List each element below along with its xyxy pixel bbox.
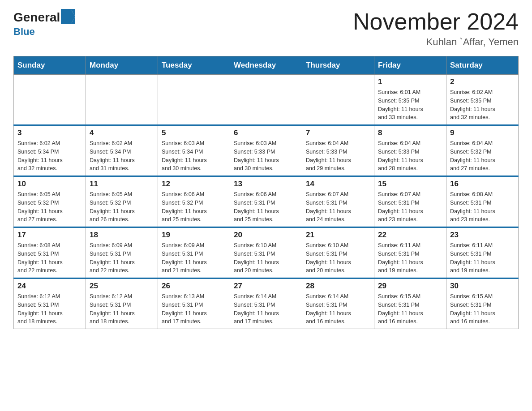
- calendar-table: SundayMondayTuesdayWednesdayThursdayFrid…: [13, 56, 519, 329]
- week-row-4: 17Sunrise: 6:08 AM Sunset: 5:31 PM Dayli…: [14, 227, 519, 278]
- day-number: 18: [90, 231, 154, 240]
- day-info: Sunrise: 6:06 AM Sunset: 5:31 PM Dayligh…: [234, 190, 298, 224]
- day-number: 23: [450, 231, 515, 240]
- day-info: Sunrise: 6:02 AM Sunset: 5:34 PM Dayligh…: [17, 139, 82, 173]
- col-header-tuesday: Tuesday: [158, 56, 230, 75]
- col-header-thursday: Thursday: [302, 56, 374, 75]
- day-number: 8: [378, 128, 442, 137]
- day-number: 1: [378, 77, 442, 86]
- day-info: Sunrise: 6:03 AM Sunset: 5:33 PM Dayligh…: [234, 139, 298, 173]
- day-number: 10: [17, 180, 82, 188]
- calendar-cell: 12Sunrise: 6:06 AM Sunset: 5:32 PM Dayli…: [158, 176, 230, 227]
- day-info: Sunrise: 6:06 AM Sunset: 5:32 PM Dayligh…: [162, 190, 226, 224]
- calendar-cell: 3Sunrise: 6:02 AM Sunset: 5:34 PM Daylig…: [14, 125, 86, 176]
- day-number: 19: [162, 231, 226, 240]
- day-info: Sunrise: 6:04 AM Sunset: 5:32 PM Dayligh…: [450, 139, 515, 173]
- day-info: Sunrise: 6:14 AM Sunset: 5:31 PM Dayligh…: [234, 292, 298, 326]
- week-row-2: 3Sunrise: 6:02 AM Sunset: 5:34 PM Daylig…: [14, 125, 519, 176]
- day-number: 26: [162, 282, 226, 291]
- day-info: Sunrise: 6:02 AM Sunset: 5:34 PM Dayligh…: [90, 139, 154, 173]
- day-number: 7: [306, 128, 370, 137]
- day-info: Sunrise: 6:05 AM Sunset: 5:32 PM Dayligh…: [17, 190, 82, 224]
- calendar-cell: 16Sunrise: 6:08 AM Sunset: 5:31 PM Dayli…: [446, 176, 519, 227]
- day-info: Sunrise: 6:10 AM Sunset: 5:31 PM Dayligh…: [306, 241, 370, 275]
- calendar-cell: [86, 75, 158, 125]
- day-info: Sunrise: 6:08 AM Sunset: 5:31 PM Dayligh…: [450, 190, 515, 224]
- day-info: Sunrise: 6:09 AM Sunset: 5:31 PM Dayligh…: [90, 241, 154, 275]
- day-info: Sunrise: 6:02 AM Sunset: 5:35 PM Dayligh…: [450, 88, 515, 122]
- calendar-cell: 17Sunrise: 6:08 AM Sunset: 5:31 PM Dayli…: [14, 227, 86, 278]
- col-header-friday: Friday: [374, 56, 446, 75]
- day-info: Sunrise: 6:03 AM Sunset: 5:34 PM Dayligh…: [162, 139, 226, 173]
- calendar-cell: 7Sunrise: 6:04 AM Sunset: 5:33 PM Daylig…: [302, 125, 374, 176]
- logo: General: [13, 9, 75, 26]
- col-header-wednesday: Wednesday: [230, 56, 302, 75]
- calendar-cell: 10Sunrise: 6:05 AM Sunset: 5:32 PM Dayli…: [14, 176, 86, 227]
- week-row-3: 10Sunrise: 6:05 AM Sunset: 5:32 PM Dayli…: [14, 176, 519, 227]
- logo-general-text: General: [13, 10, 60, 25]
- calendar-subtitle: Kuhlan `Affar, Yemen: [353, 36, 519, 48]
- day-info: Sunrise: 6:15 AM Sunset: 5:31 PM Dayligh…: [378, 292, 442, 326]
- day-number: 14: [306, 180, 370, 188]
- day-info: Sunrise: 6:12 AM Sunset: 5:31 PM Dayligh…: [17, 292, 82, 326]
- day-info: Sunrise: 6:11 AM Sunset: 5:31 PM Dayligh…: [378, 241, 442, 275]
- week-row-5: 24Sunrise: 6:12 AM Sunset: 5:31 PM Dayli…: [14, 278, 519, 329]
- day-info: Sunrise: 6:12 AM Sunset: 5:31 PM Dayligh…: [90, 292, 154, 326]
- calendar-cell: 20Sunrise: 6:10 AM Sunset: 5:31 PM Dayli…: [230, 227, 302, 278]
- day-info: Sunrise: 6:10 AM Sunset: 5:31 PM Dayligh…: [234, 241, 298, 275]
- day-number: 12: [162, 180, 226, 188]
- day-info: Sunrise: 6:04 AM Sunset: 5:33 PM Dayligh…: [306, 139, 370, 173]
- day-number: 28: [306, 282, 370, 291]
- header: General Blue November 2024 Kuhlan `Affar…: [13, 9, 519, 48]
- calendar-cell: 15Sunrise: 6:07 AM Sunset: 5:31 PM Dayli…: [374, 176, 446, 227]
- calendar-cell: 2Sunrise: 6:02 AM Sunset: 5:35 PM Daylig…: [446, 75, 519, 125]
- calendar-cell: [158, 75, 230, 125]
- calendar-cell: 14Sunrise: 6:07 AM Sunset: 5:31 PM Dayli…: [302, 176, 374, 227]
- calendar-cell: [14, 75, 86, 125]
- logo-arrow-icon: [61, 9, 75, 24]
- calendar-cell: 27Sunrise: 6:14 AM Sunset: 5:31 PM Dayli…: [230, 278, 302, 329]
- col-header-saturday: Saturday: [446, 56, 519, 75]
- calendar-cell: 23Sunrise: 6:11 AM Sunset: 5:31 PM Dayli…: [446, 227, 519, 278]
- col-header-monday: Monday: [86, 56, 158, 75]
- calendar-title: November 2024: [353, 9, 519, 34]
- day-info: Sunrise: 6:05 AM Sunset: 5:32 PM Dayligh…: [90, 190, 154, 224]
- day-number: 16: [450, 180, 515, 188]
- day-number: 4: [90, 128, 154, 137]
- day-info: Sunrise: 6:01 AM Sunset: 5:35 PM Dayligh…: [378, 88, 442, 122]
- day-number: 21: [306, 231, 370, 240]
- col-header-sunday: Sunday: [14, 56, 86, 75]
- day-number: 5: [162, 128, 226, 137]
- day-number: 6: [234, 128, 298, 137]
- logo-area: General Blue: [13, 9, 75, 38]
- calendar-cell: 5Sunrise: 6:03 AM Sunset: 5:34 PM Daylig…: [158, 125, 230, 176]
- day-info: Sunrise: 6:04 AM Sunset: 5:33 PM Dayligh…: [378, 139, 442, 173]
- day-info: Sunrise: 6:15 AM Sunset: 5:31 PM Dayligh…: [450, 292, 515, 326]
- day-number: 9: [450, 128, 515, 137]
- calendar-cell: 8Sunrise: 6:04 AM Sunset: 5:33 PM Daylig…: [374, 125, 446, 176]
- logo-arrow: [61, 9, 75, 26]
- calendar-cell: 11Sunrise: 6:05 AM Sunset: 5:32 PM Dayli…: [86, 176, 158, 227]
- day-number: 15: [378, 180, 442, 188]
- calendar-cell: 29Sunrise: 6:15 AM Sunset: 5:31 PM Dayli…: [374, 278, 446, 329]
- day-info: Sunrise: 6:07 AM Sunset: 5:31 PM Dayligh…: [306, 190, 370, 224]
- day-number: 3: [17, 128, 82, 137]
- day-number: 27: [234, 282, 298, 291]
- day-number: 25: [90, 282, 154, 291]
- week-row-1: 1Sunrise: 6:01 AM Sunset: 5:35 PM Daylig…: [14, 75, 519, 125]
- day-info: Sunrise: 6:14 AM Sunset: 5:31 PM Dayligh…: [306, 292, 370, 326]
- title-area: November 2024 Kuhlan `Affar, Yemen: [353, 9, 519, 48]
- calendar-cell: 13Sunrise: 6:06 AM Sunset: 5:31 PM Dayli…: [230, 176, 302, 227]
- day-headers-row: SundayMondayTuesdayWednesdayThursdayFrid…: [14, 56, 519, 75]
- day-number: 29: [378, 282, 442, 291]
- calendar-cell: 4Sunrise: 6:02 AM Sunset: 5:34 PM Daylig…: [86, 125, 158, 176]
- calendar-cell: 18Sunrise: 6:09 AM Sunset: 5:31 PM Dayli…: [86, 227, 158, 278]
- calendar-cell: 19Sunrise: 6:09 AM Sunset: 5:31 PM Dayli…: [158, 227, 230, 278]
- day-info: Sunrise: 6:09 AM Sunset: 5:31 PM Dayligh…: [162, 241, 226, 275]
- day-number: 30: [450, 282, 515, 291]
- calendar-cell: 22Sunrise: 6:11 AM Sunset: 5:31 PM Dayli…: [374, 227, 446, 278]
- calendar-cell: 28Sunrise: 6:14 AM Sunset: 5:31 PM Dayli…: [302, 278, 374, 329]
- logo-blue-label: Blue: [13, 26, 35, 38]
- calendar-cell: 21Sunrise: 6:10 AM Sunset: 5:31 PM Dayli…: [302, 227, 374, 278]
- calendar-cell: 25Sunrise: 6:12 AM Sunset: 5:31 PM Dayli…: [86, 278, 158, 329]
